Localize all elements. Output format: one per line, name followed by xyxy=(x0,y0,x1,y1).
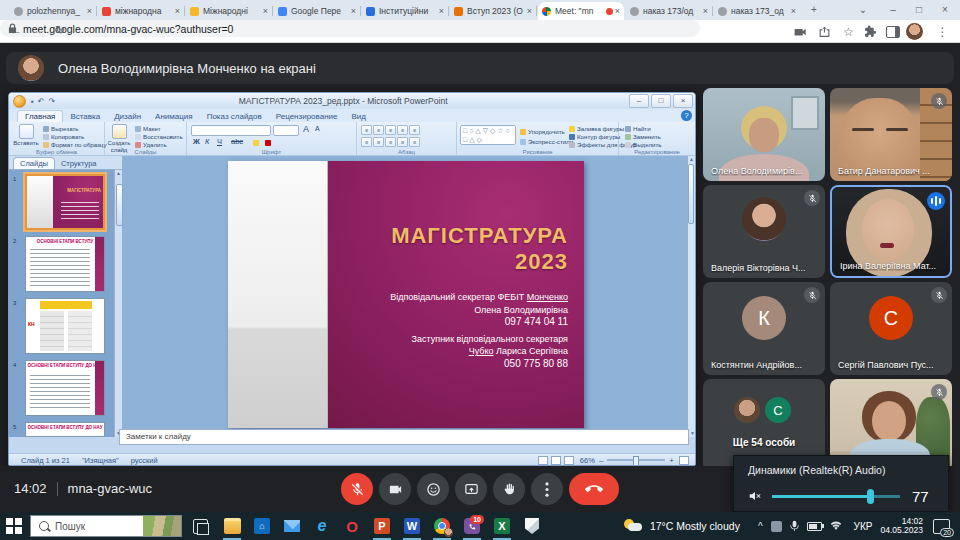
grow-font-button[interactable]: А xyxy=(303,124,309,134)
excel-icon[interactable]: X xyxy=(490,515,514,537)
speaker-mute-icon[interactable] xyxy=(748,489,762,503)
zoom-slider-thumb[interactable] xyxy=(633,456,639,466)
reactions-button[interactable] xyxy=(417,473,449,505)
notes-pane[interactable]: Заметки к слайду xyxy=(119,429,689,445)
file-explorer-icon[interactable] xyxy=(220,515,244,537)
window-maximize-button[interactable]: □ xyxy=(906,0,932,20)
ribbon-tab-insert[interactable]: Вставка xyxy=(63,111,107,122)
save-icon[interactable]: ▪ xyxy=(31,97,34,106)
font-color-button[interactable] xyxy=(265,140,271,146)
bold-button[interactable]: Ж xyxy=(193,137,200,146)
zoom-in-button[interactable]: + xyxy=(669,456,674,465)
underline-button[interactable]: Ч xyxy=(217,137,222,146)
quick-styles-button[interactable]: Экспресс-стили xyxy=(520,138,573,145)
participant-tile-batyr[interactable]: Батир Данатарович ... xyxy=(830,88,952,181)
extensions-puzzle-icon[interactable] xyxy=(862,23,879,40)
panel-scrollbar[interactable]: ▲▼ xyxy=(114,170,122,437)
ms-store-icon[interactable]: ⌂ xyxy=(250,515,274,537)
internet-explorer-icon[interactable]: e xyxy=(310,515,334,537)
more-options-button[interactable] xyxy=(531,473,563,505)
arrange-button[interactable]: Упорядочить xyxy=(520,128,565,135)
replace-button[interactable]: Заменить xyxy=(625,133,661,140)
forward-button[interactable]: → xyxy=(30,23,46,37)
tab-close-icon[interactable]: × xyxy=(175,6,180,16)
window-minimize-button[interactable]: – xyxy=(880,0,906,20)
slide-thumbnail-5[interactable]: ОСНОВНІ ЕТАПИ ВСТУПУ ДО НАУ xyxy=(25,422,105,437)
scroll-up-icon[interactable]: ▲ xyxy=(689,156,694,162)
undo-icon[interactable]: ↶ xyxy=(38,97,45,106)
shapes-gallery[interactable]: □ ○ △ ▽ ◇ ☆ ○ □ △ ◇ xyxy=(460,125,516,145)
tab-close-icon[interactable]: × xyxy=(615,6,620,16)
find-button[interactable]: Найти xyxy=(625,125,651,132)
reset-slide-button[interactable]: Восстановить xyxy=(135,133,183,140)
tab-close-icon[interactable]: × xyxy=(703,6,708,16)
ppt-title-bar[interactable]: ▪ ↶ ↷ МАГІСТРАТУРА 2023_ред.pptx - Micro… xyxy=(9,93,695,109)
mic-tray-icon[interactable] xyxy=(790,520,799,532)
slide-thumbnail-2[interactable]: ОСНОВНІ ЕТАПИ ВСТУПУ xyxy=(25,236,105,292)
shrink-font-button[interactable]: А xyxy=(315,125,320,132)
mail-icon[interactable] xyxy=(280,515,304,537)
weather-text[interactable]: 17°C Mostly cloudy xyxy=(650,520,740,532)
ribbon-tab-view[interactable]: Вид xyxy=(345,111,373,122)
ppt-maximize-button[interactable]: □ xyxy=(651,94,671,108)
panel-tab-outline[interactable]: Структура xyxy=(55,158,103,169)
align-center-button[interactable]: ≡ xyxy=(373,137,384,147)
tab-mizhnarodni[interactable]: Міжнародні× xyxy=(186,2,272,20)
notification-center-icon[interactable]: 20 xyxy=(933,519,950,534)
ribbon-tab-home[interactable]: Главная xyxy=(17,110,63,122)
powerpoint-icon[interactable]: P xyxy=(370,515,394,537)
mic-toggle-button[interactable] xyxy=(341,473,373,505)
strikethrough-button[interactable]: abc xyxy=(231,137,243,146)
panel-tab-slides[interactable]: Слайды xyxy=(13,157,55,169)
ribbon-tab-slideshow[interactable]: Показ слайдов xyxy=(200,111,269,122)
teams-tray-icon[interactable] xyxy=(771,521,782,532)
sorter-view-button[interactable] xyxy=(551,456,561,465)
tab-translate[interactable]: Google Пере× xyxy=(274,2,360,20)
slide-canvas[interactable]: МАГІСТРАТУРА 2023 Відповідальний секрета… xyxy=(228,161,584,428)
battery-icon[interactable] xyxy=(807,522,822,531)
participant-tile-kostiantyn[interactable]: К Костянтин Андрійов... xyxy=(703,282,825,375)
task-view-button[interactable] xyxy=(188,515,212,537)
volume-slider-handle[interactable] xyxy=(867,489,874,504)
align-right-button[interactable]: ≡ xyxy=(385,137,396,147)
side-panel-icon[interactable] xyxy=(884,23,901,40)
participant-tile-olena[interactable]: Олена Володимирів... xyxy=(703,88,825,181)
tab-nakaz-2[interactable]: наказ 173_од× xyxy=(714,2,800,20)
share-icon[interactable] xyxy=(816,23,833,40)
participant-tile-serhii[interactable]: С Сергій Павлович Пус... xyxy=(830,282,952,375)
new-tab-button[interactable]: + xyxy=(804,0,824,20)
search-highlight-image[interactable] xyxy=(143,516,181,536)
layout-button[interactable]: Макет xyxy=(135,125,161,132)
tab-close-icon[interactable]: × xyxy=(791,6,796,16)
redo-icon[interactable]: ↷ xyxy=(49,97,56,106)
indent-decrease-button[interactable]: ≡ xyxy=(385,125,396,135)
tab-meet-active[interactable]: Meet: "mn× xyxy=(538,2,624,20)
slide-thumbnail-1[interactable]: МАГІСТРАТУРА xyxy=(25,174,105,230)
end-call-button[interactable] xyxy=(569,473,619,505)
opera-icon[interactable]: O xyxy=(340,515,364,537)
tab-vstup[interactable]: Вступ 2023 (О× xyxy=(450,2,536,20)
raise-hand-button[interactable] xyxy=(493,473,525,505)
ppt-help-button[interactable]: ? xyxy=(681,110,692,121)
viber-icon[interactable]: 10 xyxy=(460,515,484,537)
font-name-box[interactable] xyxy=(191,125,271,136)
delete-slide-button[interactable]: Удалить xyxy=(135,141,167,148)
align-left-button[interactable]: ≡ xyxy=(361,137,372,147)
line-spacing-button[interactable]: ≡ xyxy=(409,125,420,135)
ribbon-tab-animation[interactable]: Анимация xyxy=(148,111,200,122)
slide-thumbnail-3[interactable]: КН xyxy=(25,298,105,354)
shape-fill-button[interactable]: Заливка фигуры xyxy=(569,125,624,132)
scroll-down-icon[interactable]: ▼ xyxy=(690,430,695,436)
highlight-color-button[interactable] xyxy=(253,140,259,146)
scroll-thumb[interactable] xyxy=(688,164,694,224)
tab-polozhennya[interactable]: polozhennya_× xyxy=(10,2,96,20)
defender-icon[interactable] xyxy=(520,515,544,537)
chrome-icon[interactable] xyxy=(430,515,454,537)
slide-thumbnail-4[interactable]: ОСНОВНІ ЕТАПИ ВСТУПУ ДО НАУ xyxy=(25,360,105,416)
workspace-scrollbar[interactable]: ▲▼ xyxy=(687,156,695,437)
italic-button[interactable]: К xyxy=(205,137,209,146)
columns-button[interactable]: ≡ xyxy=(409,137,420,147)
scroll-thumb[interactable] xyxy=(116,184,123,226)
reload-button[interactable]: ↻ xyxy=(52,23,68,37)
indent-increase-button[interactable]: ≡ xyxy=(397,125,408,135)
